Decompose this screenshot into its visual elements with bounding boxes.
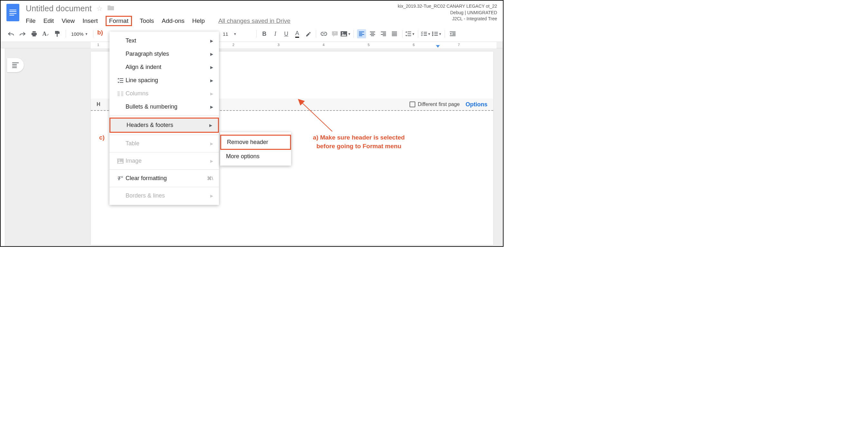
menu-align-indent[interactable]: Align & indent▶ bbox=[110, 61, 219, 74]
align-right-button[interactable] bbox=[379, 29, 388, 38]
menu-view[interactable]: View bbox=[61, 16, 75, 26]
header-options-link[interactable]: Options bbox=[466, 101, 488, 108]
align-left-button[interactable] bbox=[357, 29, 366, 38]
menu-tools[interactable]: Tools bbox=[140, 16, 154, 26]
image-icon bbox=[115, 159, 126, 164]
docs-logo[interactable] bbox=[6, 4, 19, 21]
underline-button[interactable]: U bbox=[282, 29, 291, 38]
menu-bullets-numbering[interactable]: Bullets & numbering▶ bbox=[110, 100, 219, 113]
annotation-a: a) Make sure header is selected before g… bbox=[313, 133, 405, 150]
submenu-remove-header[interactable]: Remove header bbox=[220, 135, 291, 150]
annotation-c: c) bbox=[99, 134, 105, 141]
menu-clear-formatting[interactable]: T✕ Clear formatting⌘\ bbox=[110, 172, 219, 185]
text-color-button[interactable]: A bbox=[293, 29, 302, 38]
star-icon[interactable]: ☆ bbox=[96, 4, 103, 13]
toolbar: A✓ 100%▼ 11 ▼ B I U A ▼ ▼ ▼ ▼ bbox=[1, 26, 503, 42]
menu-file[interactable]: File bbox=[26, 16, 36, 26]
menu-image: Image▶ bbox=[110, 154, 219, 168]
clear-formatting-icon: T✕ bbox=[115, 175, 126, 182]
indent-marker[interactable] bbox=[436, 45, 440, 48]
line-spacing-icon bbox=[115, 78, 126, 83]
menu-insert[interactable]: Insert bbox=[83, 16, 98, 26]
checkbox-icon bbox=[409, 102, 415, 107]
menu-line-spacing[interactable]: Line spacing▶ bbox=[110, 74, 219, 87]
menu-paragraph-styles[interactable]: Paragraph styles▶ bbox=[110, 47, 219, 61]
svg-point-5 bbox=[432, 32, 433, 33]
annotation-b: b) bbox=[97, 29, 103, 36]
format-dropdown-menu: Text▶ Paragraph styles▶ Align & indent▶ … bbox=[110, 32, 219, 205]
debug-info: kix_2019.32-Tue_RC02 CANARY LEGACY ot_22… bbox=[398, 3, 497, 22]
svg-point-9 bbox=[119, 160, 120, 161]
checklist-button[interactable]: ▼ bbox=[422, 29, 430, 38]
paint-format-button[interactable] bbox=[53, 29, 62, 38]
headers-footers-submenu: Remove header More options bbox=[220, 132, 291, 166]
insert-link-button[interactable] bbox=[319, 29, 329, 38]
spellcheck-button[interactable]: A✓ bbox=[41, 29, 50, 38]
highlight-button[interactable] bbox=[304, 29, 313, 38]
svg-rect-2 bbox=[335, 32, 335, 33]
menu-table: Table▶ bbox=[110, 137, 219, 150]
menu-format[interactable]: Format bbox=[105, 16, 132, 26]
undo-button[interactable] bbox=[6, 29, 16, 38]
outline-toggle-button[interactable] bbox=[7, 58, 24, 72]
submenu-more-options[interactable]: More options bbox=[220, 150, 291, 163]
document-title[interactable]: Untitled document bbox=[26, 4, 92, 13]
menu-columns: Columns▶ bbox=[110, 87, 219, 100]
header-label: H bbox=[97, 102, 100, 107]
svg-point-7 bbox=[432, 35, 433, 36]
zoom-dropdown[interactable]: 100%▼ bbox=[70, 31, 89, 37]
menu-edit[interactable]: Edit bbox=[43, 16, 54, 26]
horizontal-ruler[interactable]: 1 2 3 4 5 6 7 bbox=[1, 42, 503, 48]
align-justify-button[interactable] bbox=[390, 29, 399, 38]
menu-addons[interactable]: Add-ons bbox=[162, 16, 184, 26]
folder-icon[interactable] bbox=[107, 5, 114, 12]
line-spacing-button[interactable]: ▼ bbox=[406, 29, 415, 38]
redo-button[interactable] bbox=[18, 29, 27, 38]
svg-point-4 bbox=[342, 32, 343, 33]
align-center-button[interactable] bbox=[368, 29, 377, 38]
vertical-ruler[interactable] bbox=[1, 48, 5, 247]
italic-button[interactable]: I bbox=[271, 29, 280, 38]
menu-headers-footers[interactable]: Headers & footers▶ bbox=[110, 118, 219, 133]
svg-point-6 bbox=[432, 33, 433, 34]
menu-text[interactable]: Text▶ bbox=[110, 34, 219, 47]
decrease-indent-button[interactable] bbox=[448, 29, 457, 38]
menu-borders-lines: Borders & lines▶ bbox=[110, 189, 219, 202]
bold-button[interactable]: B bbox=[260, 29, 269, 38]
insert-image-button[interactable]: ▼ bbox=[341, 29, 350, 38]
font-size-dropdown[interactable]: 11 ▼ bbox=[223, 31, 237, 37]
columns-icon bbox=[115, 91, 126, 96]
insert-comment-button[interactable] bbox=[330, 29, 339, 38]
menu-help[interactable]: Help bbox=[192, 16, 205, 26]
save-status[interactable]: All changes saved in Drive bbox=[218, 18, 290, 25]
print-button[interactable] bbox=[30, 29, 39, 38]
bulleted-list-button[interactable]: ▼ bbox=[432, 29, 441, 38]
different-first-page-checkbox[interactable]: Different first page bbox=[409, 102, 460, 107]
